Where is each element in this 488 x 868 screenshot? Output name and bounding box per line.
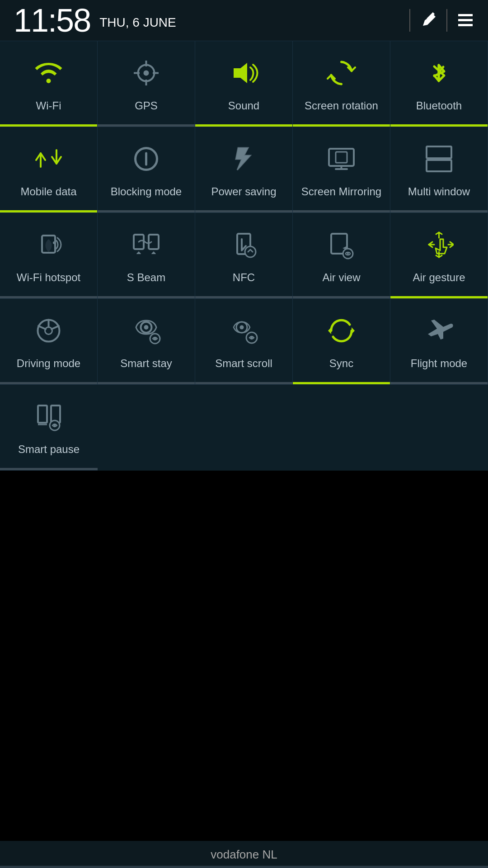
power-saving-label: Power saving bbox=[211, 184, 276, 198]
time-display: 11:58 bbox=[14, 2, 90, 39]
bottom-indicator bbox=[0, 866, 488, 868]
multi-window-label: Multi window bbox=[408, 184, 470, 198]
tile-smart-stay[interactable]: Smart stay bbox=[98, 299, 195, 385]
svg-point-21 bbox=[53, 241, 56, 244]
smart-stay-label: Smart stay bbox=[120, 356, 172, 370]
tile-wifi[interactable]: Wi-Fi bbox=[0, 41, 98, 127]
air-view-indicator bbox=[293, 296, 390, 298]
status-bar: 11:58 THU, 6 JUNE bbox=[0, 0, 488, 41]
svg-point-52 bbox=[240, 326, 244, 330]
sync-indicator bbox=[293, 382, 390, 384]
screen-rotation-icon bbox=[327, 58, 356, 92]
sound-icon bbox=[229, 58, 258, 92]
mobile-data-icon bbox=[34, 144, 63, 178]
list-icon bbox=[456, 11, 474, 29]
svg-rect-57 bbox=[38, 406, 47, 423]
smart-stay-icon bbox=[131, 316, 161, 350]
svg-point-48 bbox=[144, 325, 149, 330]
wifi-icon bbox=[34, 58, 63, 92]
blocking-mode-label: Blocking mode bbox=[111, 184, 182, 198]
bluetooth-label: Bluetooth bbox=[416, 99, 462, 113]
smart-scroll-icon bbox=[229, 316, 258, 350]
divider2 bbox=[446, 9, 447, 32]
screen-mirroring-icon bbox=[327, 144, 356, 178]
power-saving-icon bbox=[229, 144, 258, 178]
air-gesture-indicator bbox=[390, 296, 488, 298]
tile-gps[interactable]: GPS bbox=[98, 41, 195, 127]
tile-smart-pause[interactable]: Smart pause bbox=[0, 385, 98, 471]
screen-rotation-indicator bbox=[293, 124, 390, 127]
tile-mobile-data[interactable]: Mobile data bbox=[0, 127, 98, 213]
multi-window-indicator bbox=[390, 210, 488, 212]
tiles-grid: Wi-Fi GPS Sound Screen rotation Bluetoot… bbox=[0, 41, 488, 471]
s-beam-indicator bbox=[98, 296, 195, 298]
svg-rect-2 bbox=[458, 24, 473, 26]
tile-s-beam[interactable]: S Beam bbox=[98, 213, 195, 299]
sound-label: Sound bbox=[228, 99, 259, 113]
tile-sound[interactable]: Sound bbox=[195, 41, 293, 127]
s-beam-icon bbox=[131, 230, 161, 264]
driving-mode-icon bbox=[34, 316, 63, 350]
svg-marker-55 bbox=[352, 327, 355, 334]
date-display: THU, 6 JUNE bbox=[99, 15, 176, 30]
wifi-indicator bbox=[0, 124, 97, 127]
sound-indicator bbox=[195, 124, 292, 127]
nfc-label: NFC bbox=[233, 270, 255, 284]
flight-mode-label: Flight mode bbox=[411, 356, 467, 370]
sync-label: Sync bbox=[329, 356, 353, 370]
gps-label: GPS bbox=[135, 99, 158, 113]
wifi-label: Wi-Fi bbox=[36, 99, 61, 113]
svg-rect-23 bbox=[149, 235, 159, 249]
s-beam-label: S Beam bbox=[127, 270, 165, 284]
svg-line-46 bbox=[52, 326, 59, 329]
svg-rect-18 bbox=[427, 146, 451, 158]
svg-marker-9 bbox=[234, 63, 247, 83]
tile-air-gesture[interactable]: Air gesture bbox=[390, 213, 488, 299]
air-view-label: Air view bbox=[322, 270, 360, 284]
svg-point-4 bbox=[144, 71, 149, 76]
tile-air-view[interactable]: Air view bbox=[293, 213, 390, 299]
wifi-hotspot-indicator bbox=[0, 296, 97, 298]
bottom-bar: vodafone NL bbox=[0, 841, 488, 868]
blocking-mode-icon bbox=[131, 144, 161, 178]
tile-blocking-mode[interactable]: Blocking mode bbox=[98, 127, 195, 213]
air-gesture-icon bbox=[424, 230, 454, 264]
wifi-hotspot-label: Wi-Fi hotspot bbox=[17, 270, 80, 284]
nfc-indicator bbox=[195, 296, 292, 298]
svg-rect-1 bbox=[458, 19, 473, 21]
tile-screen-mirroring[interactable]: Screen Mirroring bbox=[293, 127, 390, 213]
air-view-icon bbox=[327, 230, 356, 264]
smart-scroll-label: Smart scroll bbox=[215, 356, 272, 370]
screen-mirroring-indicator bbox=[293, 210, 390, 212]
tile-screen-rotation[interactable]: Screen rotation bbox=[293, 41, 390, 127]
quick-settings-panel: Wi-Fi GPS Sound Screen rotation Bluetoot… bbox=[0, 41, 488, 471]
nfc-icon bbox=[229, 230, 258, 264]
screen-rotation-label: Screen rotation bbox=[305, 99, 378, 113]
carrier-label: vodafone NL bbox=[211, 848, 277, 862]
svg-point-25 bbox=[245, 246, 256, 257]
smart-scroll-indicator bbox=[195, 382, 292, 384]
driving-mode-label: Driving mode bbox=[17, 356, 80, 370]
bluetooth-icon bbox=[424, 58, 454, 92]
svg-rect-19 bbox=[427, 160, 451, 171]
smart-pause-label: Smart pause bbox=[18, 442, 80, 456]
smart-pause-icon bbox=[34, 402, 64, 436]
gps-indicator bbox=[98, 124, 195, 127]
svg-point-62 bbox=[53, 425, 56, 427]
tile-wifi-hotspot[interactable]: Wi-Fi hotspot bbox=[0, 213, 98, 299]
tile-bluetooth[interactable]: Bluetooth bbox=[390, 41, 488, 127]
status-icons bbox=[409, 9, 474, 32]
svg-point-43 bbox=[45, 327, 52, 335]
driving-mode-indicator bbox=[0, 382, 97, 384]
svg-point-29 bbox=[347, 253, 349, 255]
tile-multi-window[interactable]: Multi window bbox=[390, 127, 488, 213]
multi-window-icon bbox=[424, 144, 454, 178]
tile-smart-scroll[interactable]: Smart scroll bbox=[195, 299, 293, 385]
tile-power-saving[interactable]: Power saving bbox=[195, 127, 293, 213]
tile-flight-mode[interactable]: Flight mode bbox=[390, 299, 488, 385]
svg-line-45 bbox=[38, 326, 46, 329]
tile-driving-mode[interactable]: Driving mode bbox=[0, 299, 98, 385]
tile-sync[interactable]: Sync bbox=[293, 299, 390, 385]
tile-nfc[interactable]: NFC bbox=[195, 213, 293, 299]
power-saving-indicator bbox=[195, 210, 292, 212]
